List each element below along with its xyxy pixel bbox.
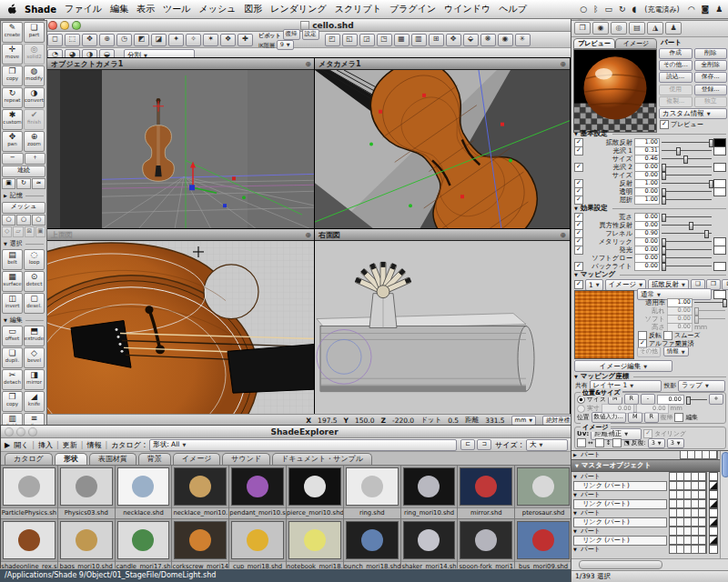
- toolbar-icon[interactable]: ✳: [515, 34, 531, 46]
- mapping-enabled-checkbox[interactable]: ✓: [574, 280, 583, 289]
- pivot-settings-button[interactable]: 設定: [302, 29, 319, 40]
- mesh-tool-icon[interactable]: ▣: [35, 226, 46, 237]
- slider-handle[interactable]: [662, 263, 666, 271]
- insert-button[interactable]: 挿入: [38, 440, 53, 450]
- browser-row-part[interactable]: ▼パート: [571, 527, 720, 536]
- explorer-item[interactable]: Physics03.shd: [58, 466, 116, 519]
- scrollbar-thumb[interactable]: [579, 560, 662, 569]
- palette-tool-button[interactable]: ↻ repeat: [2, 87, 23, 108]
- browser-row-part[interactable]: ▼パート: [571, 545, 720, 554]
- palette-tool-button[interactable]: ⊕ zoom: [24, 131, 45, 152]
- viewport-zoom-icon[interactable]: ⊕: [305, 60, 311, 68]
- param-slider[interactable]: [662, 155, 712, 163]
- disclosure-triangle[interactable]: ▼: [573, 510, 579, 516]
- param-checkbox[interactable]: ✓: [574, 146, 583, 156]
- edit-tool-button[interactable]: ◨ mirror: [24, 369, 45, 390]
- mesh-mode-icon[interactable]: ○: [2, 215, 15, 226]
- real-size-radio[interactable]: [577, 405, 585, 413]
- battery-status[interactable]: (充電済み): [644, 5, 679, 15]
- row-toggle-boxes[interactable]: [669, 490, 707, 499]
- use-button[interactable]: 使用: [659, 85, 693, 95]
- mapping-header[interactable]: マッピング: [571, 270, 728, 279]
- zoom-window-button[interactable]: [72, 21, 81, 30]
- toolbar-icon[interactable]: ⊕: [99, 34, 115, 46]
- image-edit-button[interactable]: イメージ編集: [574, 360, 672, 372]
- disclosure-triangle[interactable]: ▼: [573, 492, 579, 497]
- repeat-x-select[interactable]: 3: [648, 438, 665, 448]
- independent-button[interactable]: 独立: [694, 96, 728, 107]
- param-color-swatch[interactable]: [713, 246, 726, 255]
- toolbar-icon[interactable]: ◉: [498, 34, 513, 46]
- material-toolbar-icon[interactable]: ❐: [574, 22, 591, 35]
- viewport-canvas-metacamera[interactable]: [315, 70, 570, 229]
- menu-status-icon[interactable]: ᛒ: [593, 5, 598, 14]
- explorer-tab[interactable]: ドキュメント・サンプル: [272, 453, 372, 465]
- select-tool-button[interactable]: ▢ desel.: [24, 293, 45, 314]
- zoom-in-button[interactable]: ＋: [25, 153, 46, 165]
- select-tool-button[interactable]: ◫ invert: [2, 293, 23, 314]
- mesh-tool-icon[interactable]: ◇: [2, 226, 12, 237]
- explorer-item[interactable]: ParticlePhysics.sh: [1, 466, 58, 519]
- minimize-button[interactable]: [16, 427, 25, 436]
- param-color-swatch[interactable]: [713, 163, 726, 172]
- menu-item[interactable]: ツール: [163, 3, 190, 15]
- edit-tool-button[interactable]: ◇ bevel: [24, 347, 45, 368]
- explorer-item[interactable]: notebook_mori18.: [287, 519, 344, 569]
- param-slider[interactable]: [662, 246, 712, 254]
- row-toggle-boxes[interactable]: [680, 450, 718, 459]
- menu-item[interactable]: スクリプト: [335, 3, 381, 15]
- m-button[interactable]: M: [628, 412, 642, 423]
- param-value-field[interactable]: 0.00: [634, 262, 660, 271]
- master-object-header[interactable]: マスターオブジェクト: [571, 459, 720, 472]
- row-toggle-boxes[interactable]: [669, 499, 707, 508]
- update-button[interactable]: 更新: [63, 440, 77, 450]
- param-slider[interactable]: [662, 179, 712, 187]
- viewport-canvas-top[interactable]: [47, 241, 315, 416]
- viewport-header[interactable]: 右面図 ⊕: [315, 229, 570, 241]
- repeat-y-select[interactable]: 3: [667, 438, 684, 448]
- numeric-input-button[interactable]: 数値入力...: [592, 412, 626, 423]
- explorer-tab[interactable]: 形状: [55, 453, 87, 465]
- param-checkbox[interactable]: ✓: [574, 246, 583, 255]
- open-button[interactable]: 開く: [14, 440, 28, 450]
- material-toolbar-icon[interactable]: ◉: [592, 22, 609, 35]
- mesh-mode-icon[interactable]: ○: [32, 215, 46, 226]
- flip-d-checkbox[interactable]: [612, 438, 622, 447]
- row-toggle-boxes[interactable]: [669, 545, 707, 554]
- select-header[interactable]: 選択: [2, 237, 46, 249]
- effect-settings-header[interactable]: 効果設定: [571, 204, 728, 213]
- menu-item[interactable]: プラグイン: [389, 3, 436, 15]
- basic-settings-header[interactable]: 基本設定: [571, 129, 728, 138]
- row-toggle-boxes[interactable]: [669, 481, 707, 490]
- param-color-swatch[interactable]: [713, 146, 726, 156]
- register-button[interactable]: 登録...: [694, 85, 728, 95]
- layer-number-select[interactable]: 1: [585, 279, 603, 291]
- edit-tool-button[interactable]: ❏ dupli.: [2, 347, 23, 368]
- material-toolbar-icon[interactable]: ▤: [629, 22, 645, 35]
- viewport-header[interactable]: オブジェクトカメラ1 ⊕: [47, 58, 315, 70]
- menu-status-icon[interactable]: ♟: [715, 5, 723, 14]
- restore-label[interactable]: 復帰: [661, 413, 673, 422]
- palette-tool-button[interactable]: ✱ custom: [2, 109, 23, 130]
- pivot-restore-button[interactable]: 復帰: [283, 29, 300, 40]
- mesh-button[interactable]: メッシュ: [2, 202, 46, 214]
- mapping-color-swatch[interactable]: [713, 290, 726, 299]
- layer-action-icon[interactable]: ⊞: [722, 279, 728, 290]
- explorer-title-bar[interactable]: ShadeExplorer: [1, 426, 572, 438]
- render-flag-box[interactable]: [709, 508, 718, 517]
- menu-status-icon[interactable]: ◖: [632, 5, 637, 14]
- toolbar-icon[interactable]: ❖: [220, 34, 236, 46]
- menu-item[interactable]: 表示: [136, 3, 155, 15]
- scrollbar-thumb[interactable]: [722, 452, 728, 477]
- edit-header[interactable]: 編集: [2, 314, 46, 326]
- disclosure-triangle[interactable]: ▼: [573, 528, 579, 534]
- load-button[interactable]: 読込...: [659, 72, 693, 83]
- render-flag-box[interactable]: [709, 490, 718, 499]
- toolbar-icon[interactable]: ✦: [168, 34, 184, 46]
- render-flag-box[interactable]: [709, 499, 718, 508]
- delete-all-button[interactable]: 全削除: [694, 60, 728, 71]
- viewport-zoom-icon[interactable]: ⊕: [560, 231, 566, 239]
- view-mode-icon[interactable]: ⊐: [477, 439, 491, 450]
- browser-row-part[interactable]: ▶ パート: [571, 450, 720, 459]
- texture-thumbnail[interactable]: [574, 290, 634, 359]
